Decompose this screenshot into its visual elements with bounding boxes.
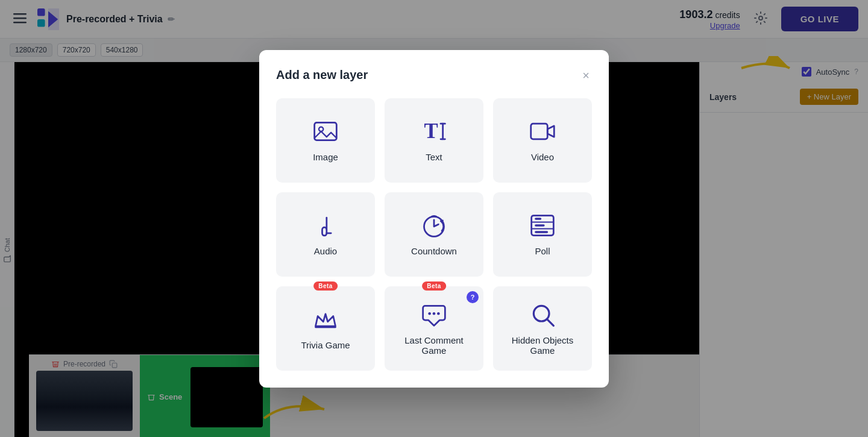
lastcomment-label: Last Comment Game [394, 335, 474, 356]
poll-icon [529, 212, 556, 239]
layer-type-trivia[interactable]: Beta Trivia Game [276, 286, 375, 371]
video-label: Video [531, 152, 554, 162]
crown-icon [312, 306, 339, 333]
lastcomment-beta-badge: Beta [422, 281, 446, 291]
modal-header: Add a new layer × [276, 67, 592, 84]
layer-type-grid: Image T Text Video [276, 98, 592, 371]
countdown-icon [421, 212, 447, 239]
layer-type-text[interactable]: T Text [385, 98, 483, 183]
trivia-beta-badge: Beta [313, 281, 338, 291]
layer-type-video[interactable]: Video [493, 98, 592, 183]
svg-point-26 [428, 312, 431, 315]
svg-rect-16 [531, 124, 548, 139]
image-icon [312, 118, 339, 145]
poll-label: Poll [535, 246, 550, 256]
layer-type-poll[interactable]: Poll [493, 192, 592, 277]
modal-title: Add a new layer [276, 68, 368, 82]
svg-line-30 [547, 319, 553, 325]
modal-close-button[interactable]: × [580, 67, 592, 84]
audio-label: Audio [314, 246, 337, 256]
layer-type-countdown[interactable]: Countdown [385, 192, 483, 277]
text-label: Text [426, 152, 442, 162]
audio-icon [312, 212, 339, 239]
svg-point-27 [433, 312, 436, 315]
add-layer-modal: Add a new layer × Image T [259, 50, 609, 388]
svg-rect-23 [535, 231, 548, 233]
image-label: Image [313, 152, 338, 162]
svg-text:T: T [424, 119, 438, 143]
chat-bubble-icon [421, 301, 447, 328]
svg-rect-24 [535, 218, 541, 220]
lastcomment-help-badge[interactable]: ? [467, 291, 479, 303]
trivia-label: Trivia Game [301, 340, 350, 350]
svg-rect-22 [535, 224, 545, 227]
svg-point-28 [437, 312, 440, 315]
text-icon: T [421, 118, 447, 145]
search-icon [529, 301, 556, 328]
svg-rect-10 [315, 122, 337, 140]
layer-type-image[interactable]: Image [276, 98, 375, 183]
layer-type-audio[interactable]: Audio [276, 192, 375, 277]
layer-type-hiddenobjects[interactable]: Hidden Objects Game [493, 286, 592, 371]
countdown-label: Countdown [411, 246, 457, 256]
modal-overlay[interactable]: Add a new layer × Image T [0, 0, 868, 437]
video-icon [529, 118, 556, 145]
hiddenobjects-label: Hidden Objects Game [503, 335, 582, 356]
layer-type-lastcomment[interactable]: Beta ? Last Comment Game [385, 286, 483, 371]
